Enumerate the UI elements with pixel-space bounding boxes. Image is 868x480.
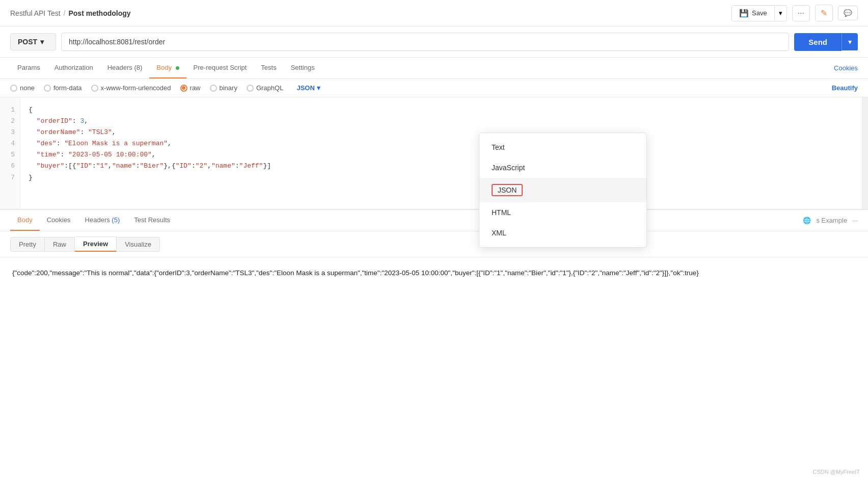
save-label: Save (752, 9, 767, 17)
format-html-label: HTML (492, 208, 511, 217)
radio-urlencoded[interactable]: x-www-form-urlencoded (91, 84, 171, 92)
save-button[interactable]: 💾 Save (732, 6, 774, 21)
format-text-label: Text (492, 143, 505, 151)
tab-body[interactable]: Body (149, 58, 186, 78)
format-javascript-label: JavaScript (492, 164, 525, 172)
fmt-tab-pretty[interactable]: Pretty (10, 237, 45, 252)
beautify-button[interactable]: Beautify (832, 84, 858, 92)
line-numbers: 1 2 3 4 5 6 7 (0, 97, 20, 209)
tab-authorization[interactable]: Authorization (47, 58, 100, 78)
resp-tab-headers-label: Headers (5) (85, 216, 120, 224)
send-chevron-button[interactable]: ▾ (842, 33, 858, 50)
radio-form-data-label: form-data (53, 84, 82, 92)
radio-raw-circle (180, 85, 187, 92)
format-chevron-icon: ▾ (317, 84, 320, 92)
url-input[interactable] (61, 33, 789, 51)
tab-tests[interactable]: Tests (254, 58, 283, 78)
line-num-5: 5 (8, 149, 15, 161)
cookies-link[interactable]: Cookies (834, 58, 858, 78)
fmt-pretty-label: Pretty (19, 241, 36, 248)
method-select[interactable]: POST ▾ (10, 33, 56, 50)
chevron-down-icon: ▾ (779, 9, 782, 17)
scrollbar[interactable] (862, 97, 868, 209)
more-options-button[interactable]: ··· (792, 5, 810, 21)
response-more-button[interactable]: ··· (852, 210, 858, 230)
radio-none-label: none (20, 84, 35, 92)
comment-button[interactable]: 💬 (838, 6, 858, 20)
response-tabs: Body Cookies Headers (5) Test Results 🌐 … (0, 210, 868, 231)
format-menu-item-html[interactable]: HTML (479, 202, 646, 223)
fmt-tab-raw[interactable]: Raw (45, 237, 75, 252)
tab-prerequest-label: Pre-request Script (194, 64, 247, 71)
send-button-group: Send ▾ (794, 33, 858, 51)
fmt-visualize-label: Visualize (125, 241, 151, 248)
tab-settings[interactable]: Settings (284, 58, 322, 78)
breadcrumb: Restful API Test / Post methodology (10, 9, 131, 17)
resp-tab-body[interactable]: Body (10, 210, 40, 231)
resp-tab-cookies-label: Cookies (47, 216, 71, 224)
resp-tab-test-results[interactable]: Test Results (127, 210, 177, 231)
resp-tab-headers[interactable]: Headers (5) (78, 210, 127, 231)
request-name: Post methodology (68, 9, 130, 17)
header-actions: 💾 Save ▾ ··· ✎ 💬 (731, 5, 858, 21)
headers-badge: (8) (134, 64, 142, 71)
radio-form-data[interactable]: form-data (44, 84, 82, 92)
line-num-4: 4 (8, 138, 15, 149)
tab-headers[interactable]: Headers (8) (100, 58, 150, 78)
format-menu-dropdown: Text JavaScript JSON HTML XML (479, 132, 647, 248)
line-num-3: 3 (8, 127, 15, 138)
format-menu-item-xml[interactable]: XML (479, 223, 646, 243)
resp-headers-badge: (5) (112, 216, 120, 224)
save-example-label: s Example (816, 217, 847, 224)
resp-tab-test-results-label: Test Results (134, 216, 170, 224)
fmt-tab-preview[interactable]: Preview (75, 236, 117, 252)
send-button[interactable]: Send (794, 33, 842, 51)
method-chevron-icon: ▾ (40, 38, 44, 46)
response-body-text: {"code":200,"message":"This is normal","… (12, 269, 699, 277)
radio-graphql[interactable]: GraphQL (247, 84, 283, 92)
response-section: Body Cookies Headers (5) Test Results 🌐 … (0, 209, 868, 289)
request-tabs: Params Authorization Headers (8) Body Pr… (0, 58, 868, 79)
format-menu-item-text[interactable]: Text (479, 137, 646, 157)
format-menu-item-javascript[interactable]: JavaScript (479, 157, 646, 178)
body-type-bar: none form-data x-www-form-urlencoded raw… (0, 79, 868, 97)
radio-raw[interactable]: raw (180, 84, 201, 92)
format-xml-label: XML (492, 229, 506, 237)
more-icon: ··· (798, 9, 804, 17)
radio-binary[interactable]: binary (210, 84, 237, 92)
tab-params-label: Params (17, 64, 40, 71)
radio-form-data-circle (44, 85, 51, 92)
tab-headers-label: Headers (8) (107, 64, 143, 71)
format-dropdown[interactable]: JSON ▾ (296, 84, 320, 92)
tab-prerequest[interactable]: Pre-request Script (186, 58, 254, 78)
tab-body-label: Body (156, 64, 172, 71)
format-json-label: JSON (492, 184, 523, 196)
save-button-group: 💾 Save ▾ (731, 5, 787, 21)
fmt-tab-visualize[interactable]: Visualize (117, 237, 160, 252)
tab-tests-label: Tests (261, 64, 276, 71)
radio-graphql-circle (247, 85, 254, 92)
tab-params[interactable]: Params (10, 58, 47, 78)
edit-button[interactable]: ✎ (815, 5, 833, 21)
save-chevron-button[interactable]: ▾ (774, 6, 786, 20)
edit-icon: ✎ (821, 9, 827, 17)
radio-graphql-label: GraphQL (256, 84, 283, 92)
code-content[interactable]: { "orderID": 3, "orderName": "TSL3", "de… (20, 97, 862, 209)
format-menu-item-json[interactable]: JSON (479, 178, 646, 202)
radio-urlencoded-label: x-www-form-urlencoded (101, 84, 171, 92)
save-example-button[interactable]: s Example (811, 210, 852, 230)
fmt-raw-label: Raw (53, 241, 66, 248)
line-num-2: 2 (8, 116, 15, 127)
code-editor: 1 2 3 4 5 6 7 { "orderID": 3, "orderName… (0, 97, 868, 209)
globe-symbol: 🌐 (803, 217, 811, 224)
response-body: {"code":200,"message":"This is normal","… (0, 257, 868, 289)
globe-icon[interactable]: 🌐 (803, 210, 811, 230)
response-format-bar: Pretty Raw Preview Visualize (0, 231, 868, 257)
radio-none[interactable]: none (10, 84, 35, 92)
resp-tab-cookies[interactable]: Cookies (40, 210, 78, 231)
comment-icon: 💬 (844, 9, 852, 17)
line-num-6: 6 (8, 161, 15, 172)
body-active-dot (176, 66, 179, 70)
url-bar: POST ▾ Send ▾ (0, 26, 868, 58)
breadcrumb-separator: / (64, 9, 66, 17)
